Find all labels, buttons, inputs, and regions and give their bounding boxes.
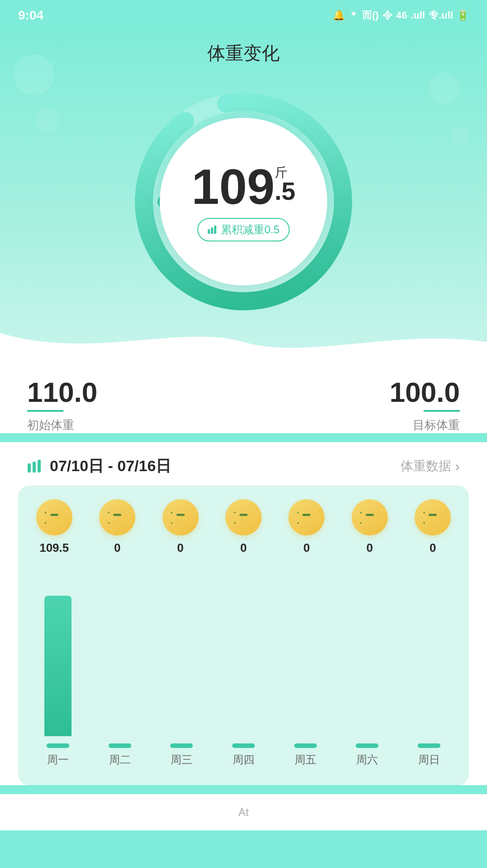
emoji-5 (352, 499, 388, 535)
svg-rect-5 (214, 226, 216, 234)
page-title: 体重变化 (0, 36, 487, 75)
day-label-4: 周五 (274, 743, 336, 767)
emoji-0 (36, 499, 72, 535)
status-icons: 🔔 ＊ 而() 令 46 .ull 专.ull 🔋 (333, 9, 469, 22)
day-value-0: 109.5 (39, 541, 69, 555)
day-col-2: 0 (149, 499, 212, 555)
emoji-3 (225, 499, 262, 535)
emoji-6 (415, 499, 451, 535)
bar-wrapper-4 (274, 564, 336, 736)
svg-rect-3 (208, 229, 210, 234)
chart-outer: 109.5 0 0 0 0 0 (18, 486, 469, 785)
tick-0 (47, 743, 69, 748)
chart-icon (27, 458, 43, 474)
svg-rect-7 (33, 462, 36, 473)
bubble-4 (451, 127, 469, 145)
hero-section: 体重变化 5% (0, 27, 487, 360)
date-range-row: 07/10日 - 07/16日 体重数据 › (0, 442, 487, 486)
initial-underline (27, 410, 63, 412)
bar-0 (44, 596, 72, 736)
emoji-2 (162, 499, 199, 535)
day-col-1: 0 (86, 499, 148, 555)
bar-chart-icon (207, 225, 217, 235)
day-col-6: 0 (401, 499, 464, 555)
day-label-5: 周六 (336, 743, 398, 767)
arrow-icon: › (455, 458, 460, 475)
status-bar: 9:04 🔔 ＊ 而() 令 46 .ull 专.ull 🔋 (0, 0, 487, 27)
target-weight-value: 100.0 (390, 378, 460, 406)
day-value-1: 0 (114, 541, 120, 555)
weight-decimal: .5 (275, 179, 296, 204)
initial-weight-item: 110.0 初始体重 (27, 378, 97, 433)
target-weight-label: 目标体重 (413, 417, 460, 433)
weight-decimals: 斤 .5 (275, 166, 296, 204)
bar-chart (23, 564, 464, 736)
bar-wrapper-3 (213, 564, 275, 736)
bar-wrapper-6 (398, 564, 460, 736)
date-range-text: 07/10日 - 07/16日 (50, 456, 171, 477)
tick-6 (418, 743, 440, 748)
wave-divider (0, 324, 487, 360)
status-time: 9:04 (18, 8, 43, 23)
cumulative-badge[interactable]: 累积减重0.5 (197, 218, 289, 241)
bubble-1 (14, 54, 54, 95)
weight-data-link[interactable]: 体重数据 › (401, 458, 460, 475)
emoji-4 (288, 499, 325, 535)
date-range-left: 07/10日 - 07/16日 (27, 456, 171, 477)
label-4: 周五 (295, 753, 316, 766)
emoji-1 (99, 499, 135, 535)
tick-5 (356, 743, 378, 748)
target-underline (424, 410, 460, 412)
bottom-hint: At (239, 806, 249, 819)
day-col-5: 0 (338, 499, 401, 555)
gauge-center: 109 斤 .5 累积减重0.5 (162, 120, 325, 283)
emoji-row: 109.5 0 0 0 0 0 (23, 499, 464, 555)
tick-1 (109, 743, 131, 748)
day-label-2: 周三 (151, 743, 213, 767)
day-value-3: 0 (240, 541, 247, 555)
stats-row: 110.0 初始体重 100.0 目标体重 (27, 378, 460, 433)
bubble-3 (428, 72, 460, 104)
weight-display: 109 斤 .5 (191, 162, 295, 212)
bar-wrapper-2 (151, 564, 213, 736)
label-1: 周二 (109, 753, 131, 766)
label-2: 周三 (171, 753, 192, 766)
day-label-1: 周二 (89, 743, 151, 767)
day-col-0: 109.5 (23, 499, 86, 555)
day-labels-row: 周一 周二 周三 周四 周五 周六 (23, 743, 464, 767)
target-weight-item: 100.0 目标体重 (390, 378, 460, 433)
day-col-4: 0 (275, 499, 338, 555)
day-col-3: 0 (212, 499, 275, 555)
day-value-2: 0 (177, 541, 183, 555)
bubble-2 (36, 109, 59, 131)
weight-main: 109 (191, 162, 275, 212)
bottom-area: At (0, 794, 487, 830)
day-label-3: 周四 (213, 743, 275, 767)
day-value-6: 0 (430, 541, 436, 555)
bar-wrapper-5 (336, 564, 398, 736)
label-3: 周四 (233, 753, 254, 766)
gauge-container: 5% 109 (130, 88, 357, 315)
day-label-0: 周一 (27, 743, 89, 767)
svg-rect-4 (211, 227, 213, 234)
label-5: 周六 (356, 753, 378, 766)
label-0: 周一 (47, 753, 69, 766)
cumulative-text: 累积减重0.5 (221, 222, 279, 237)
tick-3 (232, 743, 255, 748)
day-value-5: 0 (367, 541, 373, 555)
initial-weight-label: 初始体重 (27, 417, 97, 433)
svg-rect-8 (38, 460, 41, 473)
tick-4 (294, 743, 317, 748)
day-value-4: 0 (303, 541, 310, 555)
tick-2 (170, 743, 193, 748)
initial-weight-value: 110.0 (27, 378, 97, 406)
label-6: 周日 (418, 753, 440, 766)
svg-rect-6 (28, 463, 31, 473)
bar-wrapper-1 (89, 564, 151, 736)
stats-section: 110.0 初始体重 100.0 目标体重 (0, 360, 487, 433)
weight-data-label: 体重数据 (401, 458, 451, 475)
day-label-6: 周日 (398, 743, 460, 767)
bar-wrapper-0 (27, 564, 89, 736)
chart-background: 109.5 0 0 0 0 0 (0, 486, 487, 785)
